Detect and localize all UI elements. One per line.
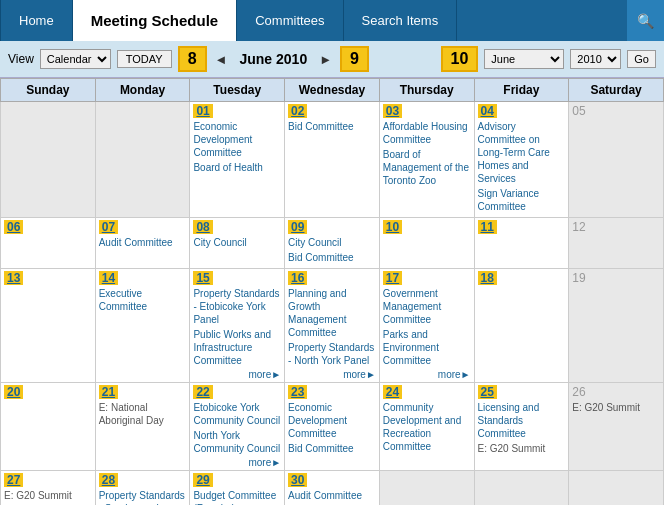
day-number[interactable]: 06 — [4, 220, 23, 234]
calendar-cell — [95, 102, 190, 218]
day-number[interactable]: 17 — [383, 271, 402, 285]
calendar-event[interactable]: Economic Development Committee — [288, 401, 376, 440]
calendar-event[interactable]: City Council — [288, 236, 376, 249]
calendar-event[interactable]: Audit Committee — [99, 236, 187, 249]
calendar-event[interactable]: Property Standards - North York Panel — [288, 341, 376, 367]
today-button[interactable]: TODAY — [117, 50, 172, 68]
day-number[interactable]: 07 — [99, 220, 118, 234]
jump-month-select[interactable]: JanuaryFebruaryMarchApril MayJuneJulyAug… — [484, 49, 564, 69]
day-number[interactable]: 02 — [288, 104, 307, 118]
more-link[interactable]: more► — [288, 369, 376, 380]
calendar-cell: 18 — [474, 269, 569, 383]
calendar-cell: 13 — [1, 269, 96, 383]
day-number[interactable]: 08 — [193, 220, 212, 234]
go-button[interactable]: Go — [627, 50, 656, 68]
day-number[interactable]: 30 — [288, 473, 307, 487]
calendar-cell: 15Property Standards - Etobicoke York Pa… — [190, 269, 285, 383]
calendar-event[interactable]: Audit Committee — [288, 489, 376, 502]
day-number: 05 — [572, 104, 585, 118]
nav-search-items[interactable]: Search Items — [344, 0, 458, 41]
day-number[interactable]: 01 — [193, 104, 212, 118]
calendar-event[interactable]: E: G20 Summit — [4, 489, 92, 502]
day-number[interactable]: 22 — [193, 385, 212, 399]
calendar-cell: 30Audit CommitteeBid Committeemore► — [285, 471, 380, 506]
calendar-event[interactable]: Bid Committee — [288, 120, 376, 133]
calendar-event[interactable]: Board of Management of the Toronto Zoo — [383, 148, 471, 187]
calendar-cell: 06 — [1, 218, 96, 269]
calendar-event[interactable]: Affordable Housing Committee — [383, 120, 471, 146]
calendar-cell — [474, 471, 569, 506]
day-number[interactable]: 21 — [99, 385, 118, 399]
more-link[interactable]: more► — [193, 369, 281, 380]
calendar-event[interactable]: Board of Health — [193, 161, 281, 174]
day-number[interactable]: 27 — [4, 473, 23, 487]
calendar-cell: 03Affordable Housing CommitteeBoard of M… — [379, 102, 474, 218]
day-number[interactable]: 18 — [478, 271, 497, 285]
calendar-cell: 20 — [1, 383, 96, 471]
day-number[interactable]: 04 — [478, 104, 497, 118]
nav-committees[interactable]: Committees — [237, 0, 343, 41]
day-number[interactable]: 20 — [4, 385, 23, 399]
calendar-event[interactable]: E: G20 Summit — [478, 442, 566, 455]
day-number[interactable]: 15 — [193, 271, 212, 285]
calendar-cell: 01Economic Development CommitteeBoard of… — [190, 102, 285, 218]
calendar-event[interactable]: Public Works and Infrastructure Committe… — [193, 328, 281, 367]
view-select[interactable]: Calendar List — [40, 49, 111, 69]
jump-year-select[interactable]: 20082009201020112012 — [570, 49, 621, 69]
day-number[interactable]: 10 — [383, 220, 402, 234]
day-number[interactable]: 25 — [478, 385, 497, 399]
calendar-event[interactable]: Sign Variance Committee — [478, 187, 566, 213]
calendar-event[interactable]: Planning and Growth Management Committee — [288, 287, 376, 339]
calendar-event[interactable]: City Council — [193, 236, 281, 249]
calendar-header-wednesday: Wednesday — [285, 79, 380, 102]
calendar-event[interactable]: Licensing and Standards Committee — [478, 401, 566, 440]
calendar-event[interactable]: Community Development and Recreation Com… — [383, 401, 471, 453]
nav-home[interactable]: Home — [0, 0, 73, 41]
toolbar: View Calendar List TODAY 8 ◄ June 2010 ►… — [0, 41, 664, 78]
calendar-event[interactable]: Government Management Committee — [383, 287, 471, 326]
calendar-event[interactable]: Economic Development Committee — [193, 120, 281, 159]
day-number[interactable]: 13 — [4, 271, 23, 285]
more-link[interactable]: more► — [193, 457, 281, 468]
calendar-event[interactable]: Property Standards - Etobicoke York Pane… — [193, 287, 281, 326]
calendar-cell: 19 — [569, 269, 664, 383]
calendar-event[interactable]: Etobicoke York Community Council — [193, 401, 281, 427]
calendar-event[interactable]: Parks and Environment Committee — [383, 328, 471, 367]
calendar-event[interactable]: Executive Committee — [99, 287, 187, 313]
calendar-cell: 22Etobicoke York Community CouncilNorth … — [190, 383, 285, 471]
calendar-header-friday: Friday — [474, 79, 569, 102]
calendar-cell: 10 — [379, 218, 474, 269]
more-link[interactable]: more► — [383, 369, 471, 380]
calendar-event[interactable]: Bid Committee — [288, 442, 376, 455]
calendar-event[interactable]: Advisory Committee on Long-Term Care Hom… — [478, 120, 566, 185]
prev-month-button[interactable]: ◄ — [213, 52, 230, 67]
badge-right: 9 — [340, 46, 369, 72]
calendar-cell: 09City CouncilBid Committee — [285, 218, 380, 269]
calendar-cell: 14Executive Committee — [95, 269, 190, 383]
calendar-event[interactable]: Bid Committee — [288, 251, 376, 264]
day-number[interactable]: 03 — [383, 104, 402, 118]
calendar-cell: 17Government Management CommitteeParks a… — [379, 269, 474, 383]
calendar-cell: 29Budget Committee (Regular)Debenture Co… — [190, 471, 285, 506]
day-number[interactable]: 09 — [288, 220, 307, 234]
nav-meeting-schedule[interactable]: Meeting Schedule — [73, 0, 238, 41]
calendar-event[interactable]: Property Standards - Scarborough Panel — [99, 489, 187, 505]
day-number[interactable]: 28 — [99, 473, 118, 487]
day-number[interactable]: 11 — [478, 220, 497, 234]
calendar-event[interactable]: E: G20 Summit — [572, 401, 660, 414]
calendar-cell: 27E: G20 Summit — [1, 471, 96, 506]
badge-jump: 10 — [441, 46, 479, 72]
search-button[interactable]: 🔍 — [627, 0, 664, 41]
calendar-event[interactable]: Budget Committee (Regular) — [193, 489, 281, 505]
calendar-event[interactable]: North York Community Council — [193, 429, 281, 455]
day-number[interactable]: 24 — [383, 385, 402, 399]
next-month-button[interactable]: ► — [317, 52, 334, 67]
calendar-cell: 02Bid Committee — [285, 102, 380, 218]
day-number[interactable]: 29 — [193, 473, 212, 487]
day-number[interactable]: 23 — [288, 385, 307, 399]
calendar-header-thursday: Thursday — [379, 79, 474, 102]
day-number[interactable]: 16 — [288, 271, 307, 285]
day-number[interactable]: 14 — [99, 271, 118, 285]
calendar-event[interactable]: E: National Aboriginal Day — [99, 401, 187, 427]
calendar-cell: 04Advisory Committee on Long-Term Care H… — [474, 102, 569, 218]
